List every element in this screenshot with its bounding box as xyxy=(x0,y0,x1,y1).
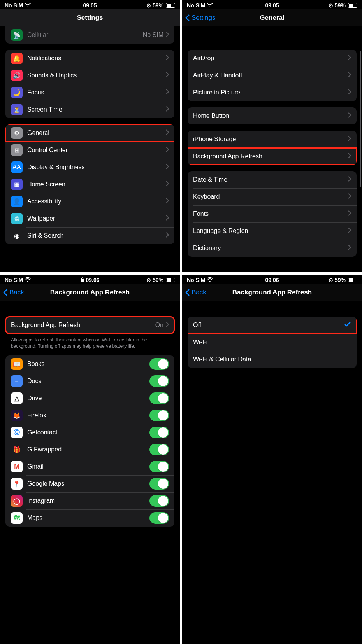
chevron-icon xyxy=(166,198,169,205)
settings-row[interactable]: Date & Time xyxy=(188,171,357,188)
toggle-switch[interactable] xyxy=(149,410,169,421)
settings-row[interactable]: ⚙General xyxy=(5,124,174,142)
wifi-icon xyxy=(25,2,31,7)
settings-row[interactable]: Home Button xyxy=(188,107,357,124)
app-icon: 📖 xyxy=(11,358,23,370)
chevron-icon xyxy=(166,147,169,154)
bar-toggle-value: On xyxy=(155,322,163,329)
wifi-icon xyxy=(207,277,213,282)
settings-row[interactable]: AirDrop xyxy=(188,50,357,67)
row-icon: ◉ xyxy=(11,230,23,242)
app-row[interactable]: △Drive xyxy=(5,390,174,407)
settings-row[interactable]: Picture in Picture xyxy=(188,84,357,101)
app-icon: Ⓠ xyxy=(11,427,23,438)
app-row[interactable]: ⓆGetcontact xyxy=(5,424,174,441)
row-label: Control Center xyxy=(27,147,166,154)
settings-row[interactable]: ⏳Screen Time xyxy=(5,101,174,118)
general-screen: No SIM 09.05 ⊙ 59% Settings General AirD… xyxy=(182,0,362,272)
app-label: Drive xyxy=(27,395,149,402)
page-title: General xyxy=(260,14,284,22)
app-row[interactable]: 📍Google Maps xyxy=(5,475,174,492)
settings-row[interactable]: AirPlay & Handoff xyxy=(188,67,357,84)
app-row[interactable]: 🗺Maps xyxy=(5,509,174,527)
wifi-icon xyxy=(207,2,213,7)
settings-row[interactable]: 🔊Sounds & Haptics xyxy=(5,67,174,84)
app-icon: 🦊 xyxy=(11,410,23,421)
settings-row[interactable]: AADisplay & Brightness xyxy=(5,159,174,176)
toggle-switch[interactable] xyxy=(149,392,169,404)
option-row[interactable]: Wi-Fi & Cellular Data xyxy=(188,351,357,368)
chevron-icon xyxy=(348,245,351,252)
chevron-icon xyxy=(348,228,351,234)
antenna-icon: 📡 xyxy=(11,29,23,41)
row-icon: 🔊 xyxy=(11,70,23,81)
row-icon: ⚙ xyxy=(11,127,23,139)
chevron-icon xyxy=(166,181,169,188)
app-row[interactable]: 📖Books xyxy=(5,355,174,373)
toggle-switch[interactable] xyxy=(149,444,169,455)
settings-row[interactable]: 🌙Focus xyxy=(5,84,174,101)
clock: 09.05 xyxy=(83,2,97,9)
row-label: AirDrop xyxy=(193,55,348,62)
settings-row[interactable]: ◉Siri & Search xyxy=(5,227,174,244)
settings-row[interactable]: iPhone Storage xyxy=(188,131,357,148)
carrier-label: No SIM xyxy=(187,277,213,283)
bar-toggle-row[interactable]: Background App Refresh On xyxy=(5,317,174,334)
back-button[interactable]: Settings xyxy=(182,14,215,22)
settings-row[interactable]: Keyboard xyxy=(188,188,357,205)
battery-icon xyxy=(166,3,175,8)
app-label: Books xyxy=(27,360,149,368)
back-button[interactable]: Back xyxy=(0,289,24,296)
status-bar: No SIM 09.05 ⊙ 59% xyxy=(0,0,180,9)
row-label: Keyboard xyxy=(193,193,348,200)
cellular-row[interactable]: 📡 Cellular No SIM xyxy=(5,26,174,44)
toggle-switch[interactable] xyxy=(149,358,169,370)
app-row[interactable]: 🦊Firefox xyxy=(5,407,174,424)
option-label: Wi-Fi xyxy=(193,339,351,346)
settings-row[interactable]: Dictionary xyxy=(188,240,357,257)
chevron-icon xyxy=(166,55,169,62)
settings-row[interactable]: ▦Home Screen xyxy=(5,176,174,193)
settings-row[interactable]: 👤Accessibility xyxy=(5,193,174,210)
option-row[interactable]: Off xyxy=(188,317,357,334)
app-row[interactable]: MGmail xyxy=(5,458,174,475)
app-icon: 🗺 xyxy=(11,512,23,524)
chevron-icon xyxy=(348,136,351,143)
back-button[interactable]: Back xyxy=(182,289,206,296)
app-row[interactable]: ≡Docs xyxy=(5,373,174,390)
caption-text: Allow apps to refresh their content when… xyxy=(5,334,174,349)
settings-row[interactable]: Background App Refresh xyxy=(188,148,357,165)
chevron-icon xyxy=(348,112,351,119)
row-icon: ❁ xyxy=(11,213,23,224)
settings-row[interactable]: ❁Wallpaper xyxy=(5,210,174,227)
cellular-value: No SIM xyxy=(143,32,163,38)
lock-icon xyxy=(81,277,84,283)
toggle-switch[interactable] xyxy=(149,478,169,490)
option-label: Wi-Fi & Cellular Data xyxy=(193,356,351,363)
row-label: Dictionary xyxy=(193,245,348,252)
app-label: Docs xyxy=(27,378,149,385)
clock: 09.06 xyxy=(265,277,279,283)
status-right: ⊙ 59% xyxy=(329,2,357,9)
option-row[interactable]: Wi-Fi xyxy=(188,334,357,351)
toggle-switch[interactable] xyxy=(149,461,169,472)
app-icon: 📍 xyxy=(11,478,23,490)
toggle-switch[interactable] xyxy=(149,427,169,438)
nav-bar: Settings General xyxy=(182,9,362,26)
settings-row[interactable]: 🔔Notifications xyxy=(5,50,174,67)
settings-row[interactable]: ⊞Control Center xyxy=(5,142,174,159)
toggle-switch[interactable] xyxy=(149,512,169,524)
settings-row[interactable]: Language & Region xyxy=(188,222,357,240)
app-label: Instagram xyxy=(27,497,149,504)
chevron-icon xyxy=(348,210,351,217)
status-right: ⊙ 59% xyxy=(146,277,175,283)
nav-bar: Settings xyxy=(0,9,180,26)
settings-row[interactable]: Fonts xyxy=(188,205,357,222)
app-row[interactable]: ◯Instagram xyxy=(5,492,174,509)
app-row[interactable]: 🎁GIFwrapped xyxy=(5,441,174,458)
scrollbar[interactable] xyxy=(360,51,361,187)
toggle-switch[interactable] xyxy=(149,495,169,507)
status-right: ⊙ 59% xyxy=(146,2,175,9)
chevron-icon xyxy=(166,106,169,113)
toggle-switch[interactable] xyxy=(149,375,169,387)
